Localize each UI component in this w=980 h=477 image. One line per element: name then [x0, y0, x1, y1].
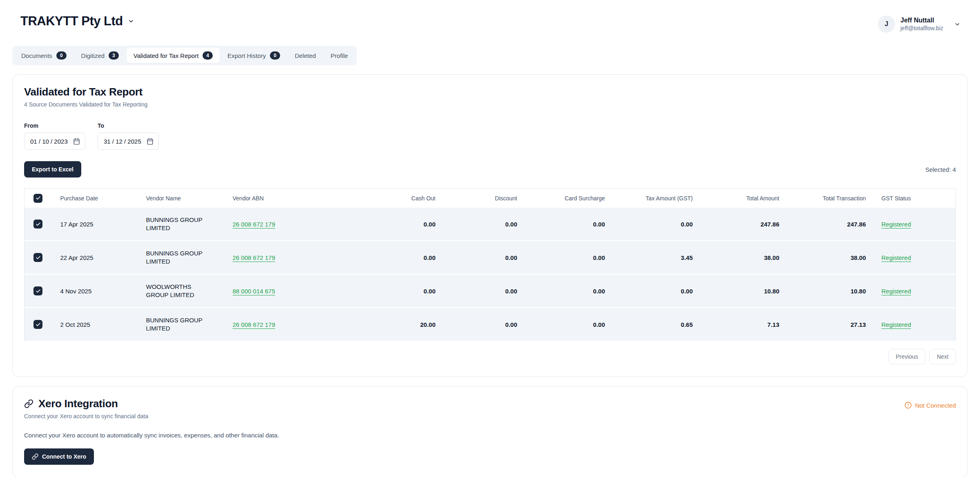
page-title: Validated for Tax Report	[24, 86, 956, 98]
pagination: Previous Next	[24, 349, 956, 364]
calendar-icon[interactable]	[73, 138, 80, 145]
vendor-abn-link[interactable]: 26 008 672 179	[233, 321, 275, 328]
tab-documents[interactable]: Documents0	[14, 48, 74, 63]
total-transaction-cell: 27.13	[789, 308, 876, 341]
vendor-name-cell: BUNNINGS GROUP LIMITED	[136, 208, 223, 241]
tab-count-badge: 0	[56, 51, 67, 60]
card-surcharge-cell: 0.00	[527, 308, 615, 341]
tab-digitized[interactable]: Digitized3	[74, 48, 126, 63]
total-amount-cell: 10.80	[703, 274, 789, 308]
to-date-value: 31 / 12 / 2025	[104, 138, 141, 145]
vendor-abn-link[interactable]: 88 000 014 675	[233, 288, 275, 295]
column-header-total-amount: Total Amount	[703, 189, 789, 208]
tab-bar: Documents0Digitized3Validated for Tax Re…	[12, 46, 357, 65]
gst-status-link[interactable]: Registered	[882, 221, 911, 228]
table-header-row: Purchase DateVendor NameVendor ABNCash O…	[24, 189, 956, 208]
tab-profile[interactable]: Profile	[324, 49, 355, 63]
column-header-purchase-date: Purchase Date	[51, 189, 136, 208]
tab-label: Validated for Tax Report	[134, 52, 199, 59]
gst-status-link[interactable]: Registered	[882, 321, 911, 328]
gst-status-link[interactable]: Registered	[882, 288, 911, 295]
column-header-vendor-name: Vendor Name	[136, 189, 223, 208]
total-amount-cell: 247.86	[703, 208, 789, 241]
row-checkbox[interactable]	[33, 253, 42, 262]
calendar-icon[interactable]	[147, 138, 154, 145]
chevron-down-icon	[128, 18, 134, 24]
date-range: From 01 / 10 / 2023 To 31 / 12 / 2025	[24, 122, 956, 150]
chevron-down-icon	[954, 21, 960, 27]
xero-description: Connect your Xero account to automatical…	[24, 432, 956, 439]
user-name: Jeff Nuttall	[900, 17, 943, 24]
xero-title: Xero Integration	[38, 397, 118, 410]
row-checkbox[interactable]	[33, 220, 42, 229]
tab-count-badge: 4	[203, 51, 213, 60]
user-menu[interactable]: J Jeff Nuttall jeff@totalflow.biz	[878, 14, 960, 33]
total-transaction-cell: 10.80	[789, 274, 876, 308]
cash-out-cell: 0.00	[358, 274, 445, 308]
total-amount-cell: 38.00	[703, 241, 789, 274]
xero-subtitle: Connect your Xero account to sync financ…	[24, 413, 148, 419]
connection-status-badge: Not Connected	[904, 397, 956, 409]
tax-amount-cell: 0.00	[615, 274, 703, 308]
action-row: Export to Excel Selected: 4	[24, 161, 956, 177]
card-surcharge-cell: 0.00	[527, 208, 615, 241]
connect-to-xero-label: Connect to Xero	[42, 453, 86, 460]
vendor-name-cell: WOOLWORTHS GROUP LIMITED	[136, 274, 223, 308]
discount-cell: 0.00	[445, 208, 527, 241]
column-header-gst-status: GST Status	[876, 189, 956, 208]
from-date-value: 01 / 10 / 2023	[30, 138, 68, 145]
selected-count: Selected: 4	[925, 166, 956, 173]
column-header-discount: Discount	[445, 189, 527, 208]
tab-deleted[interactable]: Deleted	[288, 49, 323, 63]
previous-button[interactable]: Previous	[889, 349, 925, 364]
table-row: 2 Oct 2025BUNNINGS GROUP LIMITED26 008 6…	[24, 308, 956, 341]
table-row: 17 Apr 2025BUNNINGS GROUP LIMITED26 008 …	[24, 208, 956, 241]
column-header-vendor-abn: Vendor ABN	[223, 189, 358, 208]
xero-integration-card: Xero Integration Connect your Xero accou…	[12, 386, 968, 477]
tab-count-badge: 3	[109, 51, 119, 60]
total-amount-cell: 7.13	[703, 308, 789, 341]
purchase-date-cell: 17 Apr 2025	[51, 208, 136, 241]
company-name: TRAKYTT Pty Ltd	[20, 14, 123, 29]
connect-to-xero-button[interactable]: Connect to Xero	[24, 448, 94, 465]
to-label: To	[98, 122, 159, 129]
tab-label: Profile	[331, 52, 348, 59]
company-selector[interactable]: TRAKYTT Pty Ltd	[20, 14, 134, 29]
from-date-input[interactable]: 01 / 10 / 2023	[24, 133, 85, 150]
select-all-checkbox[interactable]	[33, 194, 42, 203]
gst-status-link[interactable]: Registered	[882, 254, 911, 261]
vendor-name-cell: BUNNINGS GROUP LIMITED	[136, 241, 223, 274]
discount-cell: 0.00	[445, 308, 527, 341]
export-to-excel-button[interactable]: Export to Excel	[24, 161, 81, 177]
to-date-field: To 31 / 12 / 2025	[98, 122, 159, 150]
purchase-date-cell: 2 Oct 2025	[51, 308, 136, 341]
from-date-field: From 01 / 10 / 2023	[24, 122, 85, 150]
card-surcharge-cell: 0.00	[527, 274, 615, 308]
alert-circle-icon	[904, 402, 912, 409]
validated-documents-table: Purchase DateVendor NameVendor ABNCash O…	[24, 188, 956, 342]
tax-amount-cell: 0.00	[615, 208, 703, 241]
tab-validated-for-tax-report[interactable]: Validated for Tax Report4	[127, 48, 220, 63]
table-row: 4 Nov 2025WOOLWORTHS GROUP LIMITED88 000…	[24, 274, 956, 308]
row-checkbox[interactable]	[33, 320, 42, 329]
user-info: Jeff Nuttall jeff@totalflow.biz	[900, 17, 943, 31]
to-date-input[interactable]: 31 / 12 / 2025	[98, 133, 159, 150]
next-button[interactable]: Next	[929, 349, 956, 364]
from-label: From	[24, 122, 85, 129]
page-subtitle: 4 Source Documents Validated for Tax Rep…	[24, 101, 956, 108]
discount-cell: 0.00	[445, 241, 527, 274]
tab-label: Deleted	[295, 52, 316, 59]
top-bar: TRAKYTT Pty Ltd J Jeff Nuttall jeff@tota…	[0, 0, 980, 33]
tab-label: Digitized	[81, 52, 105, 59]
row-checkbox[interactable]	[33, 286, 42, 295]
purchase-date-cell: 4 Nov 2025	[51, 274, 136, 308]
vendor-abn-link[interactable]: 26 008 672 179	[233, 254, 275, 261]
vendor-abn-link[interactable]: 26 008 672 179	[233, 221, 275, 228]
cash-out-cell: 0.00	[358, 241, 445, 274]
tax-amount-cell: 3.45	[615, 241, 703, 274]
tab-export-history[interactable]: Export History0	[220, 48, 287, 63]
column-header-total-transaction: Total Transaction	[789, 189, 876, 208]
cash-out-cell: 0.00	[358, 208, 445, 241]
avatar: J	[878, 16, 895, 33]
link-icon	[32, 453, 38, 460]
